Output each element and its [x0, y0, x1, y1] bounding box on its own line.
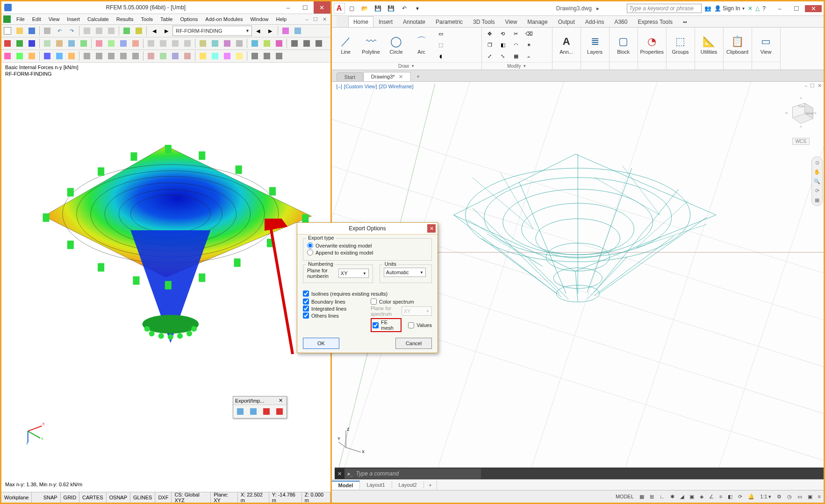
chk-isolines[interactable]: Isolines (requires existing results) [303, 291, 432, 297]
status-snap[interactable]: SNAP [41, 492, 61, 503]
layout-model[interactable]: Model [332, 481, 360, 489]
chk-femesh[interactable]: FE mesh [373, 319, 400, 331]
exchange-icon[interactable]: ✕ [748, 5, 753, 12]
status-grid-icon[interactable]: ▦ [637, 490, 647, 503]
ribbon-tab-parametric[interactable]: Parametric [430, 16, 468, 27]
help-icon[interactable]: ? [762, 5, 766, 12]
menu-calculate[interactable]: Calculate [84, 15, 113, 23]
qat-save-icon[interactable]: 💾 [373, 3, 384, 14]
tab-start[interactable]: Start [337, 72, 363, 81]
chk-boundary[interactable]: Boundary lines [303, 298, 364, 305]
menu-edit[interactable]: Edit [29, 15, 45, 23]
properties-button[interactable]: ◔Properties [641, 29, 663, 61]
ribbon-tab-extra[interactable]: ▪▪ [678, 16, 692, 27]
status-annoscale-icon[interactable]: 🔔 [745, 490, 757, 503]
maximize-button[interactable]: ☐ [297, 1, 314, 14]
wcs-label[interactable]: WCS [792, 138, 810, 145]
qat-open-icon[interactable]: 📂 [359, 3, 371, 14]
clipboard-button[interactable]: 📋Clipboard [726, 29, 749, 61]
tb-prev-icon[interactable]: ◀ [149, 25, 160, 36]
layout-1[interactable]: Layout1 [360, 481, 392, 489]
ribbon-tab-express[interactable]: Express Tools [632, 16, 677, 27]
rotate-icon[interactable]: ⟲ [498, 28, 508, 39]
status-monitor-icon[interactable]: ▭ [795, 490, 805, 503]
status-gear-icon[interactable]: ⚙ [774, 490, 784, 503]
floatbar-close-icon[interactable]: ✕ [277, 398, 285, 404]
menu-results[interactable]: Results [113, 15, 137, 23]
ribbon-tab-annotate[interactable]: Annotate [398, 16, 430, 27]
status-cycling-icon[interactable]: ⟳ [735, 490, 745, 503]
ribbon-tab-home[interactable]: Home [348, 16, 373, 27]
tb-redo-icon[interactable]: ↷ [66, 25, 77, 36]
move-icon[interactable]: ✥ [485, 28, 495, 39]
status-osnap[interactable]: OSNAP [107, 492, 131, 503]
acad-maximize-button[interactable]: ☐ [788, 5, 805, 12]
menu-insert[interactable]: Insert [63, 15, 84, 23]
export-btn-3[interactable] [261, 406, 272, 417]
annotation-button[interactable]: AAnn... [555, 29, 578, 61]
autocad-logo-icon[interactable]: A [334, 3, 345, 14]
menu-file[interactable]: File [13, 15, 29, 23]
qat-undo-icon[interactable]: ↶ [399, 3, 410, 14]
arc-button[interactable]: ⌒Arc [410, 29, 433, 61]
status-custom-icon[interactable]: ≡ [815, 490, 824, 503]
navigation-bar[interactable]: ⊙ ✋ 🔍 ⟳ ▦ [811, 156, 823, 206]
tb-open-icon[interactable] [14, 25, 25, 36]
menu-help[interactable]: Help [273, 15, 291, 23]
cmd-close-icon[interactable]: ✕ [335, 469, 344, 479]
copy-icon[interactable]: ❐ [485, 40, 495, 50]
plane-numbering-select[interactable]: XY▼ [338, 269, 369, 278]
tb-save-icon[interactable] [26, 25, 37, 36]
acad-minimize-button[interactable]: – [771, 5, 788, 12]
new-tab-button[interactable]: ＋ [411, 71, 425, 81]
qat-more-icon[interactable]: ▾ [412, 3, 423, 14]
zoom-icon[interactable]: 🔍 [813, 177, 821, 185]
tb-undo-icon[interactable]: ↶ [54, 25, 65, 36]
status-polar-icon[interactable]: ✱ [667, 490, 677, 503]
rectangle-icon[interactable]: ▭ [436, 28, 446, 39]
tab-drawing3[interactable]: Drawing3*✕ [363, 72, 411, 81]
a360-icon[interactable]: △ [755, 5, 760, 12]
units-select[interactable]: Automatic▼ [384, 268, 426, 277]
export-btn-1[interactable] [235, 406, 246, 417]
command-line[interactable]: ✕ ▸_Type a command [335, 468, 824, 479]
fillet-icon[interactable]: ◠ [511, 40, 521, 50]
mirror-icon[interactable]: ◧ [498, 40, 508, 50]
menu-table[interactable]: Table [157, 15, 176, 23]
line-button[interactable]: ／Line [335, 29, 357, 61]
status-grid[interactable]: GRID [61, 492, 80, 503]
array-icon[interactable]: ▦ [511, 51, 521, 61]
stretch-icon[interactable]: ⤢ [485, 51, 495, 61]
ribbon-tab-view[interactable]: View [500, 16, 523, 27]
vp-close-icon[interactable]: ✕ [818, 83, 822, 89]
status-3dosnap-icon[interactable]: ◈ [697, 490, 706, 503]
radio-append[interactable]: Append to existing model [307, 249, 428, 256]
menu-options[interactable]: Options [176, 15, 201, 23]
status-dxf[interactable]: DXF [155, 492, 172, 503]
minimize-button[interactable]: – [280, 1, 297, 14]
ribbon-tab-output[interactable]: Output [553, 16, 580, 27]
hatch-icon[interactable]: ⬚ [436, 40, 446, 50]
status-cartes[interactable]: CARTES [79, 492, 106, 503]
radio-overwrite[interactable]: Overwrite existing model [307, 242, 428, 248]
block-button[interactable]: ▢Block [612, 29, 635, 61]
menu-addon[interactable]: Add-on Modules [201, 15, 246, 23]
export-import-toolbar[interactable]: Export/Imp...✕ [233, 396, 287, 419]
layers-button[interactable]: ≣Layers [584, 29, 606, 61]
export-btn-2[interactable] [248, 406, 259, 417]
tb-next-icon[interactable]: ▶ [161, 25, 172, 36]
chk-color-spectrum[interactable]: Color spectrum [371, 298, 432, 305]
mdi-close[interactable]: ✕ [323, 16, 327, 22]
status-glines[interactable]: GLINES [130, 492, 155, 503]
explode-icon[interactable]: ✶ [524, 40, 534, 50]
qat-saveas-icon[interactable]: 💾 [386, 3, 397, 14]
cancel-button[interactable]: Cancel [395, 338, 432, 349]
status-model-button[interactable]: MODEL [613, 490, 637, 503]
acad-close-button[interactable]: ✕ [805, 5, 822, 12]
tb-print-icon[interactable] [42, 25, 53, 36]
status-clean-icon[interactable]: ▣ [805, 490, 815, 503]
ribbon-tab-manage[interactable]: Manage [522, 16, 552, 27]
status-otrack-icon[interactable]: ∠ [706, 490, 717, 503]
app-menu-tab[interactable] [337, 16, 348, 27]
status-ortho-icon[interactable]: ∟ [657, 490, 667, 503]
